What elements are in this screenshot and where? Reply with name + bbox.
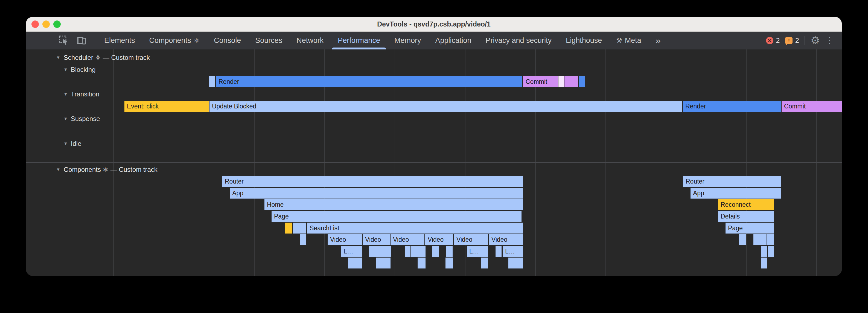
issue-count: 2 (795, 36, 799, 45)
flame-bar-router[interactable]: Router (683, 176, 781, 187)
flame-bar[interactable] (481, 257, 488, 269)
flame-bar[interactable] (285, 222, 292, 234)
flame-bar[interactable] (767, 234, 774, 245)
react-atom-icon: ⚛ (194, 37, 200, 44)
collapse-triangle-icon[interactable]: ▼ (63, 92, 68, 97)
flame-bar[interactable] (768, 246, 774, 257)
flame-bar[interactable] (446, 246, 453, 257)
devtools-tabbar: ElementsComponents⚛ConsoleSourcesNetwork… (26, 32, 842, 49)
flame-bar[interactable] (417, 257, 426, 269)
flame-bar[interactable] (376, 257, 391, 269)
flame-bar[interactable] (564, 76, 578, 87)
flame-bar-page[interactable]: Page (272, 211, 522, 222)
track-header-components[interactable]: ▼Components ⚛ — Custom track (56, 166, 157, 173)
tab-label: Meta (625, 36, 641, 45)
tab-application[interactable]: Application (435, 32, 471, 49)
flame-bar-video[interactable]: Video (454, 234, 488, 245)
flame-bar-reconnect[interactable]: Reconnect (718, 199, 774, 210)
more-options-icon[interactable]: ⋮ (825, 32, 834, 49)
track-header-scheduler[interactable]: ▼Scheduler ⚛ — Custom track (56, 54, 150, 62)
tab-performance[interactable]: Performance (338, 32, 380, 49)
flame-bar[interactable] (369, 246, 376, 257)
flame-bar-label: Update Blocked (212, 103, 256, 110)
flame-bar-l[interactable]: L… (467, 246, 488, 257)
collapse-triangle-icon[interactable]: ▼ (63, 141, 68, 146)
flame-bar-label: Details (721, 213, 740, 220)
flame-bar-video[interactable]: Video (489, 234, 523, 245)
tab-privacy-and-security[interactable]: Privacy and security (486, 32, 552, 49)
flame-bar[interactable] (579, 76, 585, 87)
flame-bar-video[interactable]: Video (425, 234, 453, 245)
lane-suspense[interactable]: ▼Suspense (63, 115, 100, 123)
lane-label-text: Suspense (71, 115, 100, 123)
flame-bar-commit[interactable]: Commit (782, 101, 842, 112)
tab-components[interactable]: Components⚛ (149, 32, 200, 49)
issues-badge[interactable]: ! 2 (785, 36, 799, 45)
flame-bar[interactable] (293, 222, 306, 234)
flame-bar[interactable] (209, 76, 215, 87)
flame-bar-event-click[interactable]: Event: click (124, 101, 209, 112)
lane-transition[interactable]: ▼Transition (63, 91, 99, 98)
device-toolbar-icon[interactable] (76, 35, 87, 46)
flame-bar[interactable] (300, 234, 306, 245)
lane-blocking[interactable]: ▼Blocking (63, 66, 96, 73)
flame-bar[interactable] (405, 246, 410, 257)
flame-bar[interactable] (753, 234, 767, 245)
flame-bar-router[interactable]: Router (222, 176, 523, 187)
flame-bar-l[interactable]: L… (503, 246, 523, 257)
flame-bar[interactable] (739, 234, 746, 245)
inspect-element-icon[interactable] (58, 35, 69, 46)
tab-meta[interactable]: ⚒Meta (616, 32, 641, 49)
flame-bar-searchlist[interactable]: SearchList (307, 222, 523, 234)
flame-bar-commit[interactable]: Commit (523, 76, 558, 87)
track-header-label: Scheduler ⚛ — Custom track (64, 54, 150, 62)
performance-flame-chart[interactable]: ▼Scheduler ⚛ — Custom track▼Blocking▼Tra… (26, 49, 842, 276)
flame-bar-app[interactable]: App (230, 188, 523, 199)
flame-bar-label: Video (457, 236, 472, 243)
flame-bar-page[interactable]: Page (725, 222, 774, 234)
tabbar-separator (94, 36, 94, 45)
flame-bar-label: Video (393, 236, 409, 243)
tab-lighthouse[interactable]: Lighthouse (566, 32, 602, 49)
flame-bar-details[interactable]: Details (718, 211, 774, 222)
tab-label: Memory (394, 36, 421, 45)
flame-bar[interactable] (558, 76, 564, 87)
flame-bar-render[interactable]: Render (216, 76, 522, 87)
flame-bar[interactable] (761, 246, 767, 257)
lane-idle[interactable]: ▼Idle (63, 140, 82, 147)
flame-bar-label: Video (491, 236, 507, 243)
flame-bar[interactable] (348, 257, 362, 269)
tab-memory[interactable]: Memory (394, 32, 421, 49)
tab-sources[interactable]: Sources (255, 32, 282, 49)
flame-bar-update-blocked[interactable]: Update Blocked (210, 101, 682, 112)
flame-bar-video[interactable]: Video (328, 234, 362, 245)
tab-label: Application (435, 36, 471, 45)
flame-bar[interactable] (411, 246, 426, 257)
flame-bar[interactable] (445, 257, 453, 269)
flame-bar-render[interactable]: Render (683, 101, 781, 112)
flame-bar-label: Router (225, 178, 244, 185)
console-errors-badge[interactable]: ✕ 2 (766, 36, 780, 45)
flame-bar-app[interactable]: App (690, 188, 781, 199)
tab-elements[interactable]: Elements (104, 32, 135, 49)
flame-bar-video[interactable]: Video (391, 234, 425, 245)
collapse-triangle-icon[interactable]: ▼ (56, 55, 60, 60)
flame-bar[interactable] (496, 246, 501, 257)
collapse-triangle-icon[interactable]: ▼ (63, 67, 68, 72)
flame-bar[interactable] (761, 257, 767, 269)
more-tabs-chevron-icon[interactable]: » (655, 32, 661, 49)
collapse-triangle-icon[interactable]: ▼ (56, 167, 60, 172)
flame-bar-home[interactable]: Home (265, 199, 523, 210)
tab-console[interactable]: Console (214, 32, 241, 49)
flame-bar-label: Page (274, 213, 289, 220)
tab-label: Performance (338, 36, 380, 45)
flame-bar[interactable] (432, 246, 439, 257)
settings-gear-icon[interactable]: ⚙ (811, 32, 820, 49)
flame-bar-video[interactable]: Video (363, 234, 390, 245)
tab-network[interactable]: Network (297, 32, 323, 49)
collapse-triangle-icon[interactable]: ▼ (63, 116, 68, 121)
flame-bar[interactable] (376, 246, 391, 257)
flame-bar-label: Home (267, 201, 284, 208)
flame-bar-l[interactable]: L… (341, 246, 362, 257)
flame-bar[interactable] (508, 257, 523, 269)
